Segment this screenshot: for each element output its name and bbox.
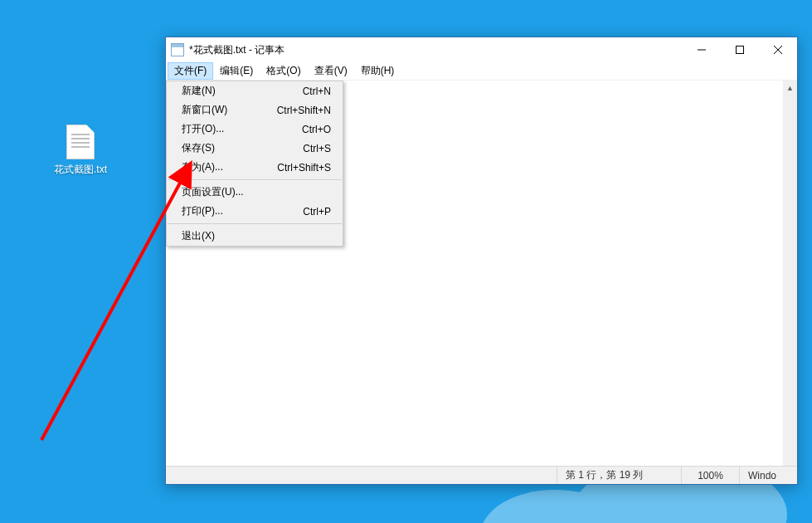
scroll-up-icon[interactable]: ▲	[783, 81, 797, 95]
window-title: *花式截图.txt - 记事本	[189, 43, 284, 57]
svg-rect-1	[737, 46, 744, 54]
menu-item-label: 新建(N)	[182, 84, 303, 98]
menu-item-label: 打印(P)...	[182, 204, 303, 218]
maximize-button[interactable]	[721, 37, 759, 62]
desktop-file-label: 花式截图.txt	[50, 163, 111, 177]
menu-item-save-as[interactable]: 存为(A)... Ctrl+Shift+S	[167, 158, 343, 177]
menu-view[interactable]: 查看(V)	[308, 62, 354, 80]
file-menu-dropdown: 新建(N) Ctrl+N 新窗口(W) Ctrl+Shift+N 打开(O)..…	[166, 81, 343, 247]
menu-format[interactable]: 格式(O)	[260, 62, 307, 80]
notepad-window: *花式截图.txt - 记事本 文件(F) 编辑(E) 格式(O) 查看(V) …	[165, 37, 798, 485]
menu-item-label: 打开(O)...	[182, 122, 302, 136]
menu-edit[interactable]: 编辑(E)	[213, 62, 260, 80]
menu-item-shortcut: Ctrl+Shift+N	[277, 105, 331, 116]
menu-item-label: 保存(S)	[182, 141, 303, 155]
titlebar[interactable]: *花式截图.txt - 记事本	[166, 37, 797, 62]
menu-item-exit[interactable]: 退出(X)	[167, 227, 343, 246]
menu-item-shortcut: Ctrl+P	[303, 206, 331, 218]
minimize-button[interactable]	[683, 37, 721, 62]
status-encoding: Windo	[739, 467, 797, 484]
statusbar: 第 1 行，第 19 列 100% Windo	[166, 466, 797, 484]
menu-item-page-setup[interactable]: 页面设置(U)...	[167, 183, 343, 202]
menubar: 文件(F) 编辑(E) 格式(O) 查看(V) 帮助(H)	[166, 62, 797, 81]
menu-item-save[interactable]: 保存(S) Ctrl+S	[167, 139, 343, 158]
menu-item-shortcut: Ctrl+N	[303, 86, 331, 97]
menu-item-shortcut: Ctrl+O	[302, 124, 331, 135]
menu-item-label: 退出(X)	[182, 229, 331, 243]
text-file-icon	[66, 125, 95, 159]
desktop-file-icon[interactable]: 花式截图.txt	[50, 125, 111, 177]
menu-item-shortcut: Ctrl+Shift+S	[277, 162, 331, 174]
menu-item-label: 新窗口(W)	[182, 103, 277, 117]
text-editor-area[interactable]: 新建(N) Ctrl+N 新窗口(W) Ctrl+Shift+N 打开(O)..…	[166, 81, 797, 466]
menu-separator	[168, 179, 342, 180]
menu-item-label: 页面设置(U)...	[182, 185, 331, 199]
menu-item-label: 存为(A)...	[182, 160, 277, 174]
menu-separator	[168, 223, 342, 224]
status-cursor-position: 第 1 行，第 19 列	[557, 467, 681, 484]
menu-item-shortcut: Ctrl+S	[303, 143, 331, 154]
vertical-scrollbar[interactable]: ▲	[783, 81, 797, 466]
menu-item-print[interactable]: 打印(P)... Ctrl+P	[167, 202, 343, 221]
status-zoom: 100%	[681, 467, 739, 484]
menu-item-new-window[interactable]: 新窗口(W) Ctrl+Shift+N	[167, 100, 343, 120]
notepad-app-icon	[171, 43, 184, 56]
menu-help[interactable]: 帮助(H)	[354, 62, 401, 80]
menu-item-open[interactable]: 打开(O)... Ctrl+O	[167, 120, 343, 139]
menu-item-new[interactable]: 新建(N) Ctrl+N	[167, 81, 343, 100]
close-button[interactable]	[759, 37, 797, 62]
menu-file[interactable]: 文件(F)	[168, 62, 213, 80]
